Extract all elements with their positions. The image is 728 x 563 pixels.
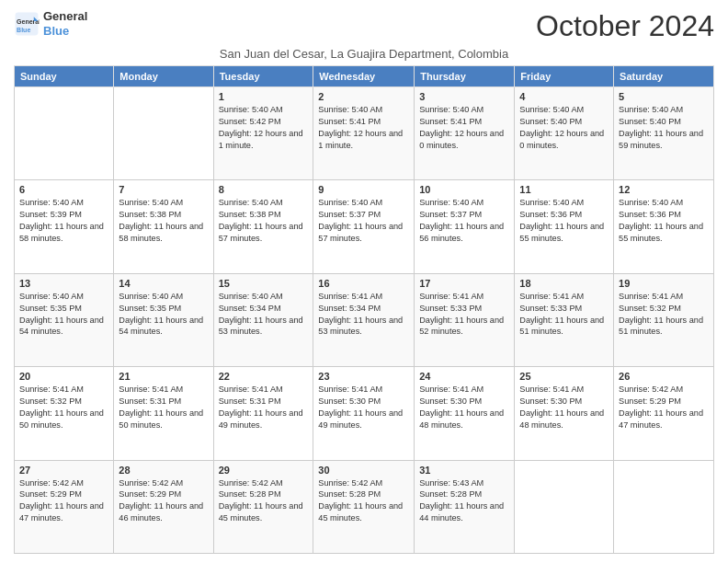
- month-title: October 2024: [536, 9, 714, 43]
- sunset-text: Sunset: 5:32 PM: [619, 304, 681, 313]
- logo-general: General: [43, 9, 87, 24]
- cell-content: Sunrise: 5:40 AMSunset: 5:42 PMDaylight:…: [219, 104, 309, 152]
- cell-content: Sunrise: 5:41 AMSunset: 5:30 PMDaylight:…: [419, 384, 509, 431]
- cell-content: Sunrise: 5:40 AMSunset: 5:38 PMDaylight:…: [119, 197, 208, 245]
- sunrise-text: Sunrise: 5:40 AM: [19, 198, 84, 207]
- daylight-text: Daylight: 11 hours and 44 minutes.: [419, 501, 504, 523]
- sunset-text: Sunset: 5:32 PM: [19, 396, 82, 406]
- cell-content: Sunrise: 5:41 AMSunset: 5:32 PMDaylight:…: [19, 384, 108, 431]
- day-number: 4: [519, 91, 609, 102]
- sunset-text: Sunset: 5:28 PM: [219, 489, 281, 499]
- daylight-text: Daylight: 12 hours and 1 minute.: [318, 129, 403, 150]
- calendar-cell: 9Sunrise: 5:40 AMSunset: 5:37 PMDaylight…: [313, 180, 415, 273]
- day-number: 30: [318, 465, 409, 476]
- calendar-cell: 31Sunrise: 5:43 AMSunset: 5:28 PMDayligh…: [415, 460, 515, 553]
- daylight-text: Daylight: 11 hours and 49 minutes.: [219, 408, 303, 430]
- daylight-text: Daylight: 11 hours and 49 minutes.: [318, 408, 403, 430]
- cell-content: Sunrise: 5:43 AMSunset: 5:28 PMDaylight:…: [419, 477, 509, 525]
- cell-content: Sunrise: 5:40 AMSunset: 5:41 PMDaylight:…: [318, 104, 409, 152]
- sunrise-text: Sunrise: 5:40 AM: [19, 292, 84, 301]
- daylight-text: Daylight: 11 hours and 58 minutes.: [19, 222, 104, 243]
- calendar-cell: 11Sunrise: 5:40 AMSunset: 5:36 PMDayligh…: [515, 180, 614, 273]
- col-tuesday: Tuesday: [213, 66, 313, 87]
- cell-content: Sunrise: 5:42 AMSunset: 5:28 PMDaylight:…: [219, 477, 309, 525]
- day-number: 5: [619, 91, 709, 102]
- calendar-cell: 24Sunrise: 5:41 AMSunset: 5:30 PMDayligh…: [415, 367, 515, 460]
- daylight-text: Daylight: 11 hours and 46 minutes.: [119, 501, 203, 523]
- week-row-3: 13Sunrise: 5:40 AMSunset: 5:35 PMDayligh…: [15, 273, 714, 366]
- daylight-text: Daylight: 11 hours and 52 minutes.: [419, 316, 504, 337]
- day-number: 13: [19, 278, 108, 289]
- sunset-text: Sunset: 5:36 PM: [619, 210, 681, 219]
- cell-content: Sunrise: 5:40 AMSunset: 5:34 PMDaylight:…: [219, 291, 309, 339]
- sunrise-text: Sunrise: 5:41 AM: [419, 292, 483, 301]
- sunset-text: Sunset: 5:34 PM: [318, 304, 381, 313]
- cell-content: Sunrise: 5:40 AMSunset: 5:40 PMDaylight:…: [619, 104, 709, 152]
- calendar-cell: 23Sunrise: 5:41 AMSunset: 5:30 PMDayligh…: [313, 367, 415, 460]
- sunset-text: Sunset: 5:38 PM: [219, 210, 281, 219]
- calendar-cell: 14Sunrise: 5:40 AMSunset: 5:35 PMDayligh…: [114, 273, 213, 366]
- calendar-cell: 27Sunrise: 5:42 AMSunset: 5:29 PMDayligh…: [15, 460, 114, 553]
- day-number: 19: [619, 278, 709, 289]
- calendar-cell: [614, 460, 714, 553]
- daylight-text: Daylight: 12 hours and 0 minutes.: [419, 129, 504, 150]
- day-number: 21: [119, 371, 208, 382]
- sunrise-text: Sunrise: 5:40 AM: [219, 198, 283, 207]
- day-number: 11: [519, 184, 609, 195]
- sunset-text: Sunset: 5:40 PM: [519, 117, 582, 126]
- sunset-text: Sunset: 5:29 PM: [119, 489, 181, 499]
- daylight-text: Daylight: 11 hours and 50 minutes.: [119, 408, 203, 430]
- calendar-cell: 19Sunrise: 5:41 AMSunset: 5:32 PMDayligh…: [614, 273, 714, 366]
- calendar-cell: 8Sunrise: 5:40 AMSunset: 5:38 PMDaylight…: [213, 180, 313, 273]
- logo-blue: Blue: [43, 24, 87, 39]
- calendar-cell: 5Sunrise: 5:40 AMSunset: 5:40 PMDaylight…: [614, 87, 714, 180]
- day-number: 12: [619, 184, 709, 195]
- sunset-text: Sunset: 5:33 PM: [519, 304, 582, 313]
- sunset-text: Sunset: 5:29 PM: [619, 396, 681, 406]
- sunrise-text: Sunrise: 5:40 AM: [619, 198, 683, 207]
- cell-content: Sunrise: 5:40 AMSunset: 5:37 PMDaylight:…: [318, 197, 409, 245]
- sunrise-text: Sunrise: 5:40 AM: [219, 105, 283, 114]
- daylight-text: Daylight: 12 hours and 0 minutes.: [519, 129, 604, 150]
- sunrise-text: Sunrise: 5:40 AM: [419, 105, 483, 114]
- sunrise-text: Sunrise: 5:40 AM: [619, 105, 683, 114]
- sunset-text: Sunset: 5:34 PM: [219, 304, 281, 313]
- sunset-text: Sunset: 5:38 PM: [119, 210, 181, 219]
- calendar-cell: [114, 87, 213, 180]
- daylight-text: Daylight: 11 hours and 45 minutes.: [219, 501, 303, 523]
- sunset-text: Sunset: 5:39 PM: [19, 210, 82, 219]
- cell-content: Sunrise: 5:41 AMSunset: 5:31 PMDaylight:…: [119, 384, 208, 431]
- week-row-5: 27Sunrise: 5:42 AMSunset: 5:29 PMDayligh…: [15, 460, 714, 553]
- sunset-text: Sunset: 5:40 PM: [619, 117, 681, 126]
- sunrise-text: Sunrise: 5:41 AM: [519, 385, 584, 394]
- calendar-cell: 20Sunrise: 5:41 AMSunset: 5:32 PMDayligh…: [15, 367, 114, 460]
- sunrise-text: Sunrise: 5:40 AM: [519, 198, 584, 207]
- cell-content: Sunrise: 5:40 AMSunset: 5:36 PMDaylight:…: [519, 197, 609, 245]
- sunset-text: Sunset: 5:31 PM: [119, 396, 181, 406]
- calendar-cell: 21Sunrise: 5:41 AMSunset: 5:31 PMDayligh…: [114, 367, 213, 460]
- cell-content: Sunrise: 5:40 AMSunset: 5:35 PMDaylight:…: [119, 291, 208, 339]
- sunset-text: Sunset: 5:35 PM: [119, 304, 181, 313]
- sunrise-text: Sunrise: 5:40 AM: [219, 292, 283, 301]
- cell-content: Sunrise: 5:42 AMSunset: 5:29 PMDaylight:…: [119, 477, 208, 525]
- calendar-cell: 29Sunrise: 5:42 AMSunset: 5:28 PMDayligh…: [213, 460, 313, 553]
- daylight-text: Daylight: 11 hours and 53 minutes.: [318, 316, 403, 337]
- calendar-cell: 12Sunrise: 5:40 AMSunset: 5:36 PMDayligh…: [614, 180, 714, 273]
- sunrise-text: Sunrise: 5:40 AM: [419, 198, 483, 207]
- day-number: 23: [318, 371, 409, 382]
- sunrise-text: Sunrise: 5:41 AM: [318, 292, 382, 301]
- cell-content: Sunrise: 5:41 AMSunset: 5:32 PMDaylight:…: [619, 291, 709, 339]
- daylight-text: Daylight: 11 hours and 59 minutes.: [619, 129, 703, 150]
- sunset-text: Sunset: 5:30 PM: [318, 396, 381, 406]
- col-monday: Monday: [114, 66, 213, 87]
- sunrise-text: Sunrise: 5:42 AM: [619, 385, 683, 394]
- col-wednesday: Wednesday: [313, 66, 415, 87]
- sunrise-text: Sunrise: 5:40 AM: [119, 292, 183, 301]
- day-number: 27: [19, 465, 108, 476]
- logo: General Blue General Blue: [14, 9, 87, 38]
- sunrise-text: Sunrise: 5:40 AM: [318, 198, 382, 207]
- daylight-text: Daylight: 11 hours and 56 minutes.: [419, 222, 504, 243]
- daylight-text: Daylight: 11 hours and 55 minutes.: [519, 222, 604, 243]
- sunset-text: Sunset: 5:41 PM: [318, 117, 381, 126]
- col-sunday: Sunday: [15, 66, 114, 87]
